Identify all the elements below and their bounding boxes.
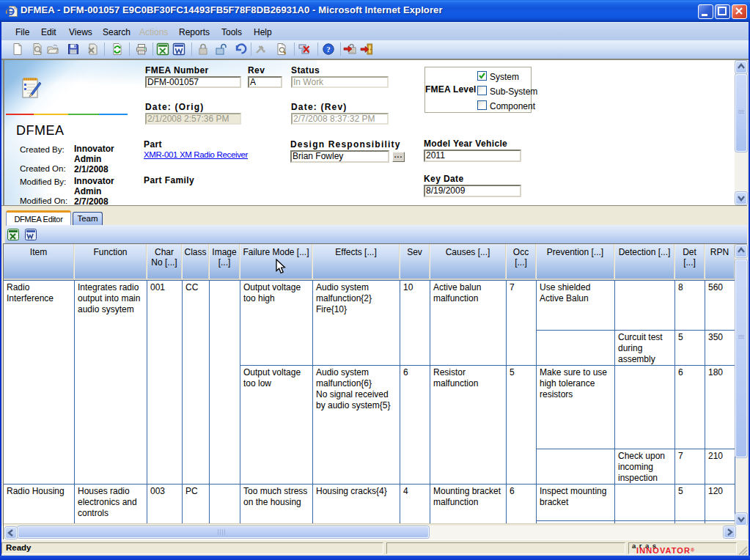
svg-text:?: ? — [326, 45, 331, 54]
